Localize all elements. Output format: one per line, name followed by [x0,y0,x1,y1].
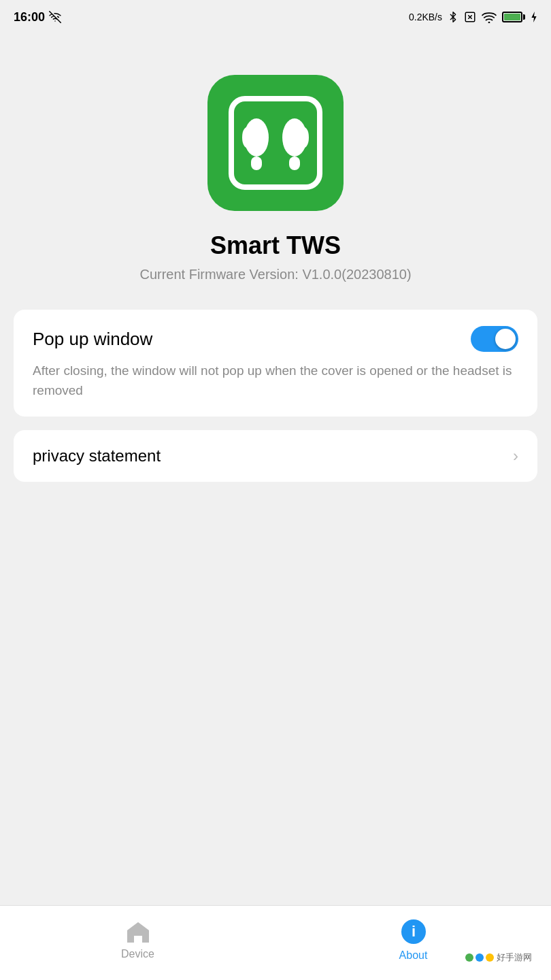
watermark-dots [465,953,494,962]
close-notification-icon [464,11,476,23]
main-content: Smart TWS Current Firmware Version: V1.0… [0,34,551,905]
charging-icon [531,11,537,23]
svg-rect-8 [289,157,300,170]
status-time: 16:00 [14,10,61,24]
app-icon [207,75,344,211]
privacy-card[interactable]: privacy statement › [14,430,537,482]
privacy-label: privacy statement [33,446,161,466]
svg-point-7 [282,118,307,157]
time-display: 16:00 [14,10,45,24]
popup-description: After closing, the window will not pop u… [33,361,518,400]
popup-window-card: Pop up window After closing, the window … [14,310,537,416]
status-bar: 16:00 0.2KB/s [0,0,551,34]
status-icons: 0.2KB/s [409,10,537,24]
firmware-version: Current Firmware Version: V1.0.0(2023081… [139,267,411,282]
svg-point-5 [244,118,269,157]
wifi-icon [482,11,497,23]
popup-row: Pop up window [33,326,518,352]
bluetooth-icon [448,10,458,24]
watermark: 好手游网 [460,949,537,966]
dot-green [465,953,473,962]
network-speed: 0.2KB/s [409,12,442,22]
nav-device[interactable]: Device [0,919,276,960]
device-nav-label: Device [121,948,154,960]
about-nav-label: About [399,949,428,962]
bottom-nav: Device i About [0,905,551,980]
network-icon [49,11,61,23]
about-nav-icon: i [400,918,427,945]
privacy-row: privacy statement › [33,446,518,466]
svg-rect-6 [251,157,262,170]
dot-yellow [486,953,494,962]
device-nav-icon [124,919,152,944]
svg-text:i: i [411,923,415,940]
svg-point-3 [488,22,490,23]
tws-icon-svg [221,88,330,197]
watermark-text: 好手游网 [497,951,532,964]
chevron-right-icon: › [513,446,518,466]
popup-label: Pop up window [33,329,152,350]
toggle-knob [495,329,516,349]
app-name: Smart TWS [210,231,341,260]
dot-blue [475,953,484,962]
popup-toggle[interactable] [471,326,518,352]
battery-icon [502,12,525,22]
